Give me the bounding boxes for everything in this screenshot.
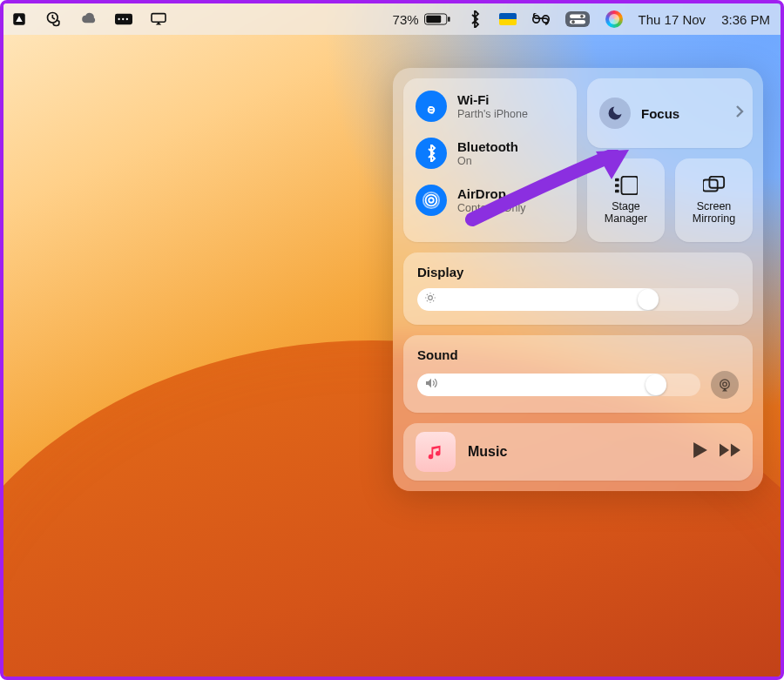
bluetooth-label: Bluetooth	[457, 139, 518, 154]
svg-point-3	[118, 18, 119, 20]
screen-mirroring-icon	[703, 176, 726, 195]
control-center-menu-icon[interactable]	[565, 11, 590, 27]
wifi-toggle[interactable]: Wi-Fi Parth's iPhone	[416, 91, 564, 122]
bluetooth-menu-icon[interactable]	[466, 10, 483, 28]
moon-icon	[599, 98, 631, 129]
svg-point-16	[429, 198, 434, 203]
airdrop-icon	[416, 185, 447, 216]
airdrop-label: AirDrop	[457, 186, 526, 201]
flag-icon[interactable]	[499, 10, 517, 28]
bluetooth-icon	[416, 138, 447, 169]
app-icon-1[interactable]	[10, 10, 28, 28]
wifi-status: Parth's iPhone	[457, 108, 528, 120]
sound-tile: Sound	[403, 335, 753, 413]
airplay-menu-icon[interactable]	[150, 10, 167, 28]
volume-icon	[424, 377, 438, 393]
brightness-icon	[424, 292, 436, 307]
svg-point-13	[580, 15, 584, 18]
stage-manager-icon	[615, 176, 638, 195]
menubar-date[interactable]: Thu 17 Nov	[639, 12, 706, 27]
music-label: Music	[468, 444, 681, 460]
svg-point-17	[426, 195, 437, 206]
svg-point-15	[571, 20, 575, 24]
connectivity-tile: Wi-Fi Parth's iPhone Bluetooth On AirDro…	[403, 78, 577, 242]
svg-rect-9	[448, 17, 449, 22]
bluetooth-toggle[interactable]: Bluetooth On	[416, 138, 564, 169]
link-menu-icon[interactable]	[532, 10, 550, 28]
svg-point-25	[429, 296, 433, 300]
control-center-panel: Wi-Fi Parth's iPhone Bluetooth On AirDro…	[393, 68, 763, 491]
siri-icon[interactable]	[605, 10, 623, 28]
svg-rect-8	[426, 16, 441, 23]
stage-manager-tile[interactable]: Stage Manager	[587, 158, 665, 242]
svg-rect-20	[615, 184, 619, 187]
svg-point-4	[122, 18, 124, 20]
svg-point-26	[723, 382, 727, 387]
battery-status[interactable]: 73%	[393, 12, 450, 27]
music-app-icon	[416, 432, 456, 472]
menubar-time[interactable]: 3:36 PM	[721, 12, 770, 27]
airdrop-status: Contacts Only	[457, 202, 526, 214]
keyboard-icon[interactable]	[115, 10, 132, 28]
screen-mirroring-tile[interactable]: Screen Mirroring	[675, 158, 753, 242]
wifi-icon	[416, 91, 447, 122]
clock-shield-icon[interactable]	[45, 10, 63, 28]
wifi-label: Wi-Fi	[457, 92, 528, 107]
airplay-audio-button[interactable]	[711, 371, 739, 399]
menu-bar: 73% Thu 17 Nov 3:36 PM	[3, 3, 781, 35]
display-tile: Display	[403, 252, 753, 325]
focus-label: Focus	[641, 106, 725, 121]
stage-manager-label: Stage Manager	[605, 200, 647, 226]
battery-percent-label: 73%	[393, 12, 419, 27]
chevron-right-icon	[735, 104, 744, 122]
airdrop-toggle[interactable]: AirDrop Contacts Only	[416, 185, 564, 216]
now-playing-tile[interactable]: Music	[403, 423, 753, 481]
play-button[interactable]	[693, 442, 707, 461]
cloud-sync-icon[interactable]	[80, 10, 98, 28]
svg-rect-19	[615, 178, 619, 181]
svg-rect-6	[152, 14, 166, 23]
svg-point-27	[720, 380, 730, 389]
svg-rect-22	[621, 176, 638, 193]
focus-tile[interactable]: Focus	[587, 78, 753, 148]
bluetooth-status: On	[457, 155, 518, 167]
svg-rect-21	[615, 189, 619, 192]
screen-mirroring-label: Screen Mirroring	[693, 200, 735, 226]
svg-point-5	[126, 18, 128, 20]
sound-volume-slider[interactable]	[417, 374, 700, 396]
sound-label: Sound	[417, 347, 739, 362]
display-label: Display	[417, 265, 739, 279]
fast-forward-button[interactable]	[720, 443, 740, 461]
display-brightness-slider[interactable]	[417, 288, 739, 311]
